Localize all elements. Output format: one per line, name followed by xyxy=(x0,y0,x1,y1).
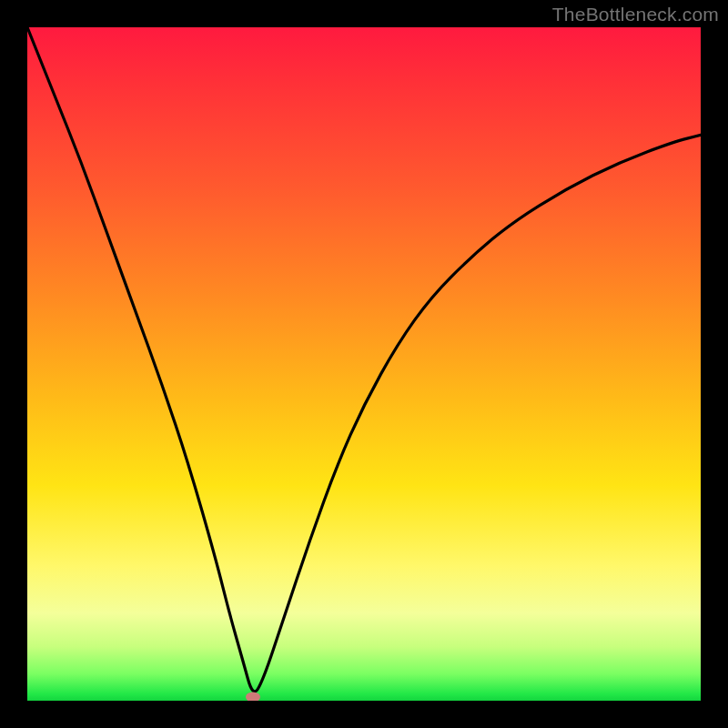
bottleneck-curve xyxy=(27,27,701,701)
chart-frame: TheBottleneck.com xyxy=(0,0,728,728)
watermark-text: TheBottleneck.com xyxy=(552,4,719,25)
minimum-marker xyxy=(246,693,260,701)
curve-path xyxy=(27,27,701,692)
plot-area xyxy=(27,27,701,701)
